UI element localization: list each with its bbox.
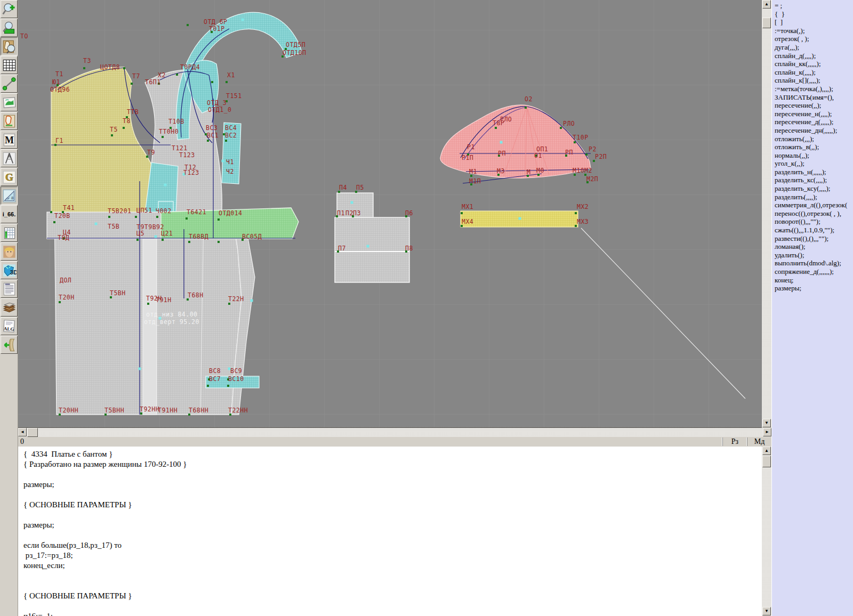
command-item[interactable]: = ; bbox=[775, 2, 853, 10]
image-button[interactable] bbox=[1, 93, 18, 111]
control-point-marker[interactable] bbox=[156, 216, 158, 218]
measure-line-button[interactable] bbox=[1, 75, 18, 93]
control-point-marker[interactable] bbox=[53, 221, 55, 223]
command-item[interactable]: разделить_н(,,,,,); bbox=[775, 168, 853, 176]
snap-point-marker[interactable] bbox=[500, 141, 503, 144]
command-item[interactable]: выполнить(dmod\.alg); bbox=[775, 259, 853, 268]
control-point-marker[interactable] bbox=[187, 24, 189, 26]
scroll-left-icon[interactable]: ◄ bbox=[18, 428, 27, 436]
control-point-marker[interactable] bbox=[218, 218, 220, 221]
command-item[interactable]: симметрия_л((),отрезок( bbox=[775, 201, 853, 209]
control-point-marker[interactable] bbox=[186, 217, 188, 220]
control-point-marker[interactable] bbox=[207, 385, 209, 387]
control-point-marker[interactable] bbox=[228, 303, 230, 305]
snap-point-marker[interactable] bbox=[242, 19, 244, 21]
view-pattern-button[interactable] bbox=[1, 37, 18, 55]
control-point-marker[interactable] bbox=[59, 301, 61, 303]
control-point-marker[interactable] bbox=[207, 140, 209, 142]
control-point-marker[interactable] bbox=[123, 67, 125, 69]
command-item[interactable]: разделить_ксу(,,,,); bbox=[775, 184, 853, 193]
control-point-marker[interactable] bbox=[147, 303, 149, 305]
scroll-right-icon[interactable]: ► bbox=[763, 428, 771, 436]
md-button[interactable]: Мд bbox=[747, 437, 771, 446]
control-point-marker[interactable] bbox=[585, 153, 588, 156]
control-point-marker[interactable] bbox=[574, 141, 576, 143]
command-item[interactable]: отложить(,,,); bbox=[775, 135, 853, 143]
snap-point-marker[interactable] bbox=[367, 245, 369, 248]
command-item[interactable]: сплайн_д(,,,,); bbox=[775, 52, 853, 60]
control-point-marker[interactable] bbox=[176, 74, 178, 76]
control-point-marker[interactable] bbox=[108, 216, 110, 218]
command-item[interactable]: отложить_в(,,); bbox=[775, 143, 853, 151]
command-item[interactable]: пересечение(,,); bbox=[775, 101, 853, 110]
control-point-marker[interactable] bbox=[83, 67, 85, 69]
control-point-marker[interactable] bbox=[461, 212, 463, 214]
set-square-button[interactable]: 8 bbox=[1, 187, 18, 205]
control-point-marker[interactable] bbox=[495, 127, 497, 129]
canvas-vscroll-thumb[interactable] bbox=[762, 18, 771, 28]
command-item[interactable]: :=точка(,); bbox=[775, 27, 853, 35]
pattern-piece-button[interactable] bbox=[1, 112, 18, 130]
3d-button[interactable]: 3D bbox=[1, 261, 18, 279]
command-item[interactable]: отрезок( , ); bbox=[775, 35, 853, 43]
alg-doc-button[interactable]: ALG bbox=[1, 317, 18, 335]
control-point-marker[interactable] bbox=[226, 81, 228, 83]
command-item[interactable]: { } bbox=[775, 10, 853, 19]
command-item[interactable]: :=метка(точка(,),,,,); bbox=[775, 85, 853, 93]
canvas-hscroll-thumb[interactable] bbox=[27, 428, 38, 437]
command-item[interactable]: сплайн_к(,,,,); bbox=[775, 68, 853, 77]
snap-point-marker[interactable] bbox=[164, 184, 167, 187]
snap-point-marker[interactable] bbox=[155, 236, 157, 238]
control-point-marker[interactable] bbox=[225, 140, 227, 142]
control-point-marker[interactable] bbox=[162, 239, 164, 241]
command-item[interactable]: нормаль(,,); bbox=[775, 151, 853, 160]
command-item[interactable]: сжать((),,,1.1,0.9,""); bbox=[775, 226, 853, 234]
snap-point-marker[interactable] bbox=[351, 201, 353, 204]
command-item[interactable]: развести((),(),,,""); bbox=[775, 234, 853, 243]
scroll-down-icon[interactable]: ▼ bbox=[762, 607, 771, 615]
snap-point-marker[interactable] bbox=[95, 223, 98, 225]
grid-button[interactable] bbox=[1, 56, 18, 74]
snap-point-marker[interactable] bbox=[519, 217, 521, 220]
command-item[interactable]: дуга(,,,); bbox=[775, 43, 853, 52]
canvas-vscrollbar[interactable]: ▲ ▼ bbox=[762, 0, 771, 427]
canvas-hscrollbar[interactable]: ◄ ► bbox=[18, 428, 771, 437]
control-point-marker[interactable] bbox=[123, 127, 125, 129]
control-point-marker[interactable] bbox=[131, 83, 133, 85]
scroll-up-icon[interactable]: ▲ bbox=[762, 447, 771, 455]
snap-point-marker[interactable] bbox=[139, 368, 141, 370]
control-point-marker[interactable] bbox=[575, 212, 577, 214]
command-item[interactable]: пересечение_дн(,,,,,); bbox=[775, 126, 853, 135]
algorithm-code-editor[interactable]: { 4334 Платье с бантом }{ Разработано на… bbox=[18, 447, 762, 616]
control-point-marker[interactable] bbox=[188, 241, 190, 243]
drafting-button[interactable]: A bbox=[1, 149, 18, 167]
pattern-canvas[interactable]: ТООТД_6РТ01РОТД5ПОТД10ПТ3ЦОТД8Т1Ю1ОТД96Т… bbox=[18, 0, 762, 428]
control-point-marker[interactable] bbox=[211, 81, 213, 83]
command-item[interactable]: ЗАПИСАТЬ(имя=(), bbox=[775, 93, 853, 102]
command-item[interactable]: сплайн_кк(,,,,,); bbox=[775, 60, 853, 68]
editor-vscrollbar[interactable]: ▲ ▼ bbox=[762, 447, 771, 616]
command-item[interactable]: ломаная(); bbox=[775, 242, 853, 251]
command-item[interactable]: пересечение_н(,,,,); bbox=[775, 110, 853, 118]
editor-vscroll-thumb[interactable] bbox=[762, 456, 771, 467]
zoom-out-button[interactable] bbox=[1, 19, 18, 37]
command-item[interactable]: сопряжение_д(,,,,,,); bbox=[775, 268, 853, 276]
books-button[interactable] bbox=[1, 298, 18, 317]
control-point-marker[interactable] bbox=[525, 107, 527, 109]
command-item[interactable]: поворот((),,,""); bbox=[775, 217, 853, 226]
command-item[interactable]: перенос((),отрезок( , ), bbox=[775, 209, 853, 218]
rz-button[interactable]: Рз bbox=[722, 437, 747, 446]
i66-button[interactable]: i_66. bbox=[1, 205, 18, 223]
command-item[interactable]: конец; bbox=[775, 276, 853, 285]
control-point-marker[interactable] bbox=[162, 136, 164, 138]
control-point-marker[interactable] bbox=[218, 241, 220, 243]
scroll-up-icon[interactable]: ▲ bbox=[762, 0, 771, 9]
scroll-down-icon[interactable]: ▼ bbox=[762, 419, 771, 427]
letter-g-button[interactable]: G bbox=[1, 168, 18, 186]
command-item[interactable]: удалить(); bbox=[775, 251, 853, 260]
command-item[interactable]: угол_к(,,); bbox=[775, 159, 853, 168]
command-item[interactable]: пересечение_д(,,,,,); bbox=[775, 118, 853, 126]
snap-point-marker[interactable] bbox=[251, 299, 253, 302]
command-item[interactable]: разделить(,,,,); bbox=[775, 193, 853, 201]
control-point-marker[interactable] bbox=[560, 127, 562, 129]
